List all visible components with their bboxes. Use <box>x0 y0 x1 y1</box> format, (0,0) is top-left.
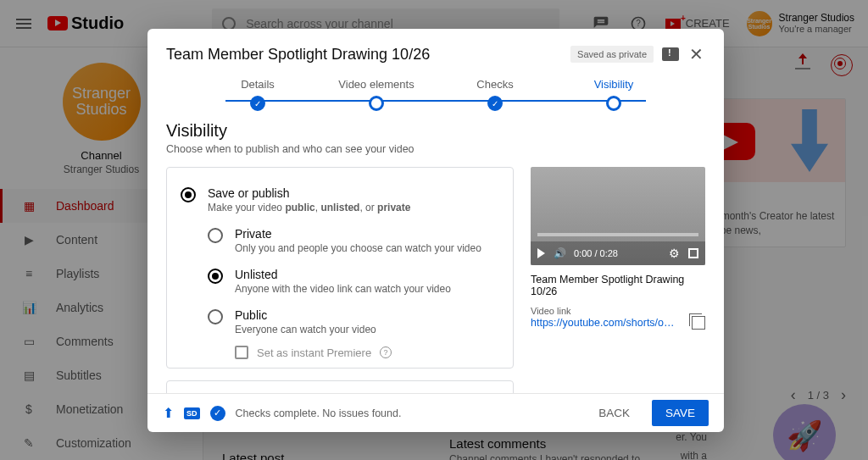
preview-time: 0:00 / 0:28 <box>574 248 618 258</box>
radio-icon <box>208 228 223 243</box>
check-complete-icon: ✓ <box>210 406 225 421</box>
copy-icon[interactable] <box>692 316 705 330</box>
radio-sub: Make your video public, unlisted, or pri… <box>208 202 410 213</box>
radio-sub: Only you and people you choose can watch… <box>235 242 481 254</box>
upload-status-icon: ⬆ <box>163 405 174 421</box>
radio-icon <box>181 187 196 202</box>
stepper: Details Video elements Checks Visibility <box>147 75 724 114</box>
volume-icon[interactable] <box>554 247 565 259</box>
section-sub: Choose when to publish and who can see y… <box>166 143 705 155</box>
sd-badge: SD <box>184 407 200 419</box>
modal-title: Team Member Spotlight Drawing 10/26 <box>166 46 430 64</box>
step-label: Checks <box>476 78 513 91</box>
stepper-line <box>225 100 646 102</box>
radio-sub: Anyone with the video link can watch you… <box>235 283 451 295</box>
premiere-label: Set as instant Premiere <box>257 346 371 359</box>
radio-title: Unlisted <box>235 268 451 281</box>
radio-private[interactable]: Private Only you and people you choose c… <box>208 220 499 261</box>
save-button[interactable]: SAVE <box>652 400 709 426</box>
radio-public[interactable]: Public Everyone can watch your video <box>208 302 499 342</box>
radio-title: Public <box>235 308 376 322</box>
checkbox-icon <box>235 346 248 359</box>
step-visibility[interactable]: Visibility <box>554 78 673 111</box>
progress-bar[interactable] <box>537 233 698 236</box>
radio-icon <box>208 309 223 324</box>
radio-save-publish[interactable]: Save or publish Make your video public, … <box>181 180 499 220</box>
status-badge: Saved as private <box>570 46 654 63</box>
play-icon[interactable] <box>537 248 545 258</box>
step-dot-icon <box>487 96 503 111</box>
video-link-label: Video link <box>531 306 705 316</box>
step-video-elements[interactable]: Video elements <box>317 78 436 111</box>
fullscreen-icon[interactable] <box>688 248 698 258</box>
radio-icon <box>208 269 223 284</box>
app-root: Studio Search across your channel ? CREA… <box>0 0 868 460</box>
step-label: Details <box>241 78 275 91</box>
section-title: Visibility <box>166 121 705 141</box>
schedule-card[interactable]: Schedule Select a date to make your vide… <box>166 380 514 393</box>
radio-unlisted[interactable]: Unlisted Anyone with the video link can … <box>208 261 499 302</box>
video-preview[interactable]: 0:00 / 0:28 ⚙ <box>531 167 705 265</box>
modal-footer: ⬆ SD ✓ Checks complete. No issues found.… <box>147 393 724 432</box>
preview-title: Team Member Spotlight Drawing 10/26 <box>531 274 705 297</box>
step-dot-icon <box>369 96 384 111</box>
step-dot-icon <box>250 96 265 111</box>
close-icon[interactable]: ✕ <box>687 44 705 64</box>
step-checks[interactable]: Checks <box>436 78 554 111</box>
video-link[interactable]: https://youtube.com/shorts/o7... <box>531 317 676 329</box>
step-details[interactable]: Details <box>198 78 317 111</box>
upload-modal: Team Member Spotlight Drawing 10/26 Save… <box>147 29 724 432</box>
radio-title: Save or publish <box>208 186 410 200</box>
preview-controls: 0:00 / 0:28 ⚙ <box>531 241 705 265</box>
step-label: Video elements <box>338 78 414 91</box>
radio-title: Private <box>235 227 481 241</box>
step-label: Visibility <box>594 78 634 91</box>
save-publish-card: Save or publish Make your video public, … <box>166 167 514 369</box>
modal-header: Team Member Spotlight Drawing 10/26 Save… <box>147 29 724 75</box>
gear-icon[interactable]: ⚙ <box>669 247 680 260</box>
modal-body: Visibility Choose when to publish and wh… <box>147 114 724 393</box>
premiere-row[interactable]: Set as instant Premiere ? <box>208 342 499 359</box>
step-dot-icon <box>606 96 621 111</box>
feedback-modal-icon[interactable] <box>662 47 679 61</box>
help-tooltip-icon[interactable]: ? <box>380 346 392 358</box>
radio-sub: Everyone can watch your video <box>235 324 376 335</box>
footer-status: Checks complete. No issues found. <box>236 407 402 419</box>
back-button[interactable]: BACK <box>587 400 642 426</box>
